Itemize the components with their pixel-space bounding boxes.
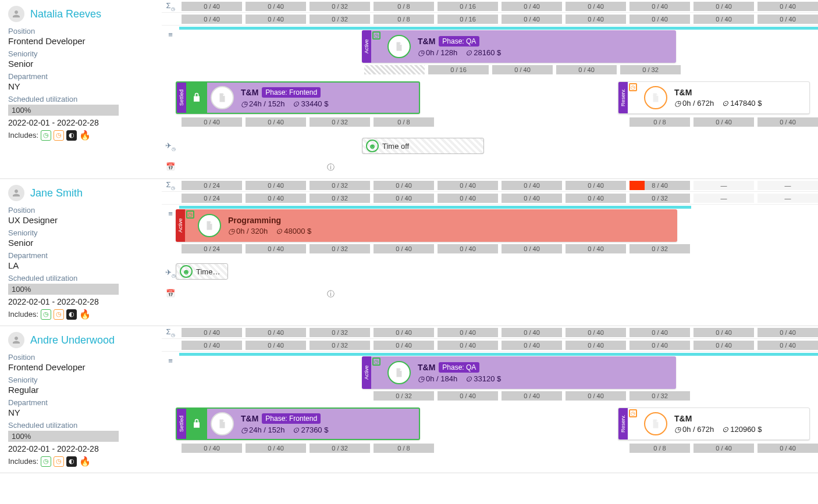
track-cell: 0 / 32	[620, 65, 681, 74]
includes-row: Includes: ◷ ◷ ◐ 🔥	[8, 456, 154, 467]
label-department: Department	[8, 251, 154, 260]
sum-cell: 0 / 40	[693, 2, 754, 11]
sum-cell: 0 / 40	[757, 2, 818, 11]
clock-green-icon: ◷	[41, 309, 51, 320]
sum-cell: 0 / 16	[438, 15, 498, 24]
info-icon[interactable]: ⓘ	[327, 284, 818, 299]
hours-stat: ◷0h / 672h	[674, 99, 714, 108]
timeline: Σ◷ 0 / 40 0 / 40 0 / 32 0 / 40 0 / 40 0 …	[162, 326, 818, 473]
status-tab-settled: Settled	[177, 409, 186, 439]
assignment-bar-qa[interactable]: Active ◷ T&MPhase: QA ◷0h / 184h⊙33120 $	[362, 356, 676, 389]
label-position: Position	[8, 27, 154, 35]
sum-cell: 0 / 24	[182, 194, 242, 203]
sum-cell: —	[693, 181, 754, 190]
sum-cell: 0 / 40	[693, 15, 754, 24]
lock-icon	[186, 409, 207, 439]
document-icon	[644, 412, 667, 435]
value-position: Frontend Developer	[8, 36, 154, 46]
assignment-bar-frontend[interactable]: Settled T&MPhase: Frontend ◷24h / 152h⊙3…	[176, 81, 420, 114]
track-cell: 0 / 40	[492, 65, 553, 74]
sum-cell: 0 / 8	[374, 15, 434, 24]
sum-icon: Σ◷	[162, 180, 179, 191]
filter-icon[interactable]: ≡	[162, 352, 179, 365]
track-cell: 0 / 40	[438, 391, 498, 401]
info-icon[interactable]: ⓘ	[327, 158, 818, 173]
currency-icon: ⊙	[465, 374, 472, 383]
timeoff-bar[interactable]: ☻ Time…	[176, 263, 228, 280]
assignment-bar-qa[interactable]: Active ◷ T&MPhase: QA ◷0h / 128h⊙28160 $	[362, 30, 676, 63]
moon-icon: ◐	[66, 130, 77, 141]
document-icon	[387, 361, 411, 384]
sum-cell: 0 / 40	[629, 2, 690, 11]
person-name[interactable]: Jane Smith	[30, 187, 83, 199]
track-cell: 0 / 40	[246, 444, 306, 453]
sum-cell: 0 / 40	[502, 2, 562, 11]
person-icon: ☻	[366, 140, 379, 152]
track-cell: 0 / 8	[374, 444, 434, 453]
sum-cell: —	[757, 194, 818, 203]
bar-title: T&M	[241, 414, 258, 423]
timeline: Σ◷ 0 / 24 0 / 40 0 / 32 0 / 40 0 / 40 0 …	[162, 179, 818, 326]
label-department: Department	[8, 72, 154, 81]
value-department: NY	[8, 408, 154, 417]
track-cell: 0 / 40	[693, 117, 754, 127]
sum-cell: 0 / 40	[629, 15, 690, 24]
value-seniority: Regular	[8, 385, 154, 395]
assignment-bar-programming[interactable]: Active ◷ Programming ◷0h / 320h⊙48000 $	[176, 209, 677, 242]
track-cell: 0 / 32	[629, 391, 690, 401]
person-sidebar: Andre Underwood Position Frontend Develo…	[0, 326, 162, 473]
sum-icon: Σ◷	[162, 1, 179, 12]
assignment-bar-reserve[interactable]: Reserv. ◷ T&M ◷0h / 672h⊙120960 $	[618, 408, 810, 440]
timeoff-bar[interactable]: ☻ Time off	[362, 138, 484, 154]
person-name[interactable]: Natalia Reeves	[30, 8, 101, 20]
sum-cell: 8 / 40	[629, 181, 690, 190]
sum-cell: 0 / 40	[502, 328, 562, 337]
assignment-bar-reserve[interactable]: Reserv. ◷ T&M ◷0h / 672h⊙147840 $	[618, 81, 810, 114]
calendar-icon[interactable]: 📅	[162, 158, 179, 171]
calendar-icon[interactable]: 📅	[162, 284, 179, 298]
sum-cell: 0 / 40	[629, 341, 690, 350]
sum-cell: 0 / 40	[438, 194, 498, 203]
date-range: 2022-02-01 - 2022-02-28	[8, 118, 154, 127]
sum-cell: 0 / 40	[502, 194, 562, 203]
avatar	[8, 6, 24, 22]
clock-icon: ◷	[418, 48, 424, 57]
document-icon	[211, 86, 234, 109]
currency-icon: ⊙	[722, 99, 728, 108]
assignment-bar-frontend[interactable]: Settled T&MPhase: Frontend ◷24h / 152h⊙2…	[176, 408, 420, 440]
label-department: Department	[8, 398, 154, 407]
hours-stat: ◷0h / 672h	[674, 425, 714, 434]
status-tab-settled: Settled	[177, 83, 186, 113]
sum-cell: 0 / 32	[310, 15, 370, 24]
status-tab-reserv: Reserv.	[618, 82, 628, 113]
track-cell: 0 / 40	[182, 444, 242, 453]
clock-orange-icon: ◷	[629, 83, 637, 91]
sum-cell: 0 / 40	[246, 15, 306, 24]
sum-cell: 0 / 40	[502, 181, 562, 190]
clock-orange-icon: ◷	[54, 456, 64, 467]
avatar	[8, 185, 24, 201]
track-cell: 0 / 40	[502, 244, 562, 253]
sum-cell: 0 / 40	[246, 194, 306, 203]
track-cell: 0 / 8	[629, 444, 690, 453]
plane-icon[interactable]: ✈◷	[162, 137, 179, 152]
person-name[interactable]: Andre Underwood	[30, 334, 115, 346]
sum-icon: Σ◷	[162, 327, 179, 338]
sum-cell: 0 / 40	[566, 15, 626, 24]
clock-green-icon: ◷	[41, 130, 51, 141]
cost-stat: ⊙28160 $	[465, 48, 501, 57]
moon-icon: ◐	[66, 456, 77, 467]
cost-stat: ⊙33440 $	[293, 99, 328, 108]
avatar	[8, 332, 24, 348]
capacity-line	[179, 206, 691, 209]
clock-orange-icon: ◷	[629, 409, 637, 417]
sum-cell: 0 / 32	[310, 328, 370, 337]
track-cell: 0 / 40	[246, 117, 306, 127]
label-seniority: Seniority	[8, 376, 154, 384]
hours-stat: ◷0h / 320h	[228, 227, 268, 235]
cost-stat: ⊙27360 $	[293, 426, 328, 434]
sum-cell: 0 / 40	[693, 328, 754, 337]
includes-label: Includes:	[8, 310, 38, 319]
status-tab-active: Active	[176, 209, 185, 242]
filter-icon[interactable]: ≡	[162, 26, 179, 39]
